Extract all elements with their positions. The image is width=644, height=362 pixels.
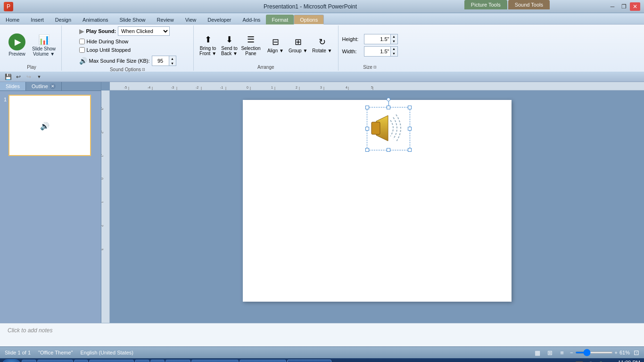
view-notes-button[interactable]: ≡	[558, 348, 566, 357]
fit-slide-button[interactable]: ⊡	[634, 349, 639, 356]
taskbar-item-ppt[interactable]: P Microsoft P...	[287, 360, 331, 362]
taskbar-right: ⚙ 📶 🔊 🔋 🛡 11:09 PM 6/29/2022	[566, 360, 642, 362]
language-info: English (United States)	[80, 350, 133, 355]
size-group: Height: ▲ ▼ Width: ▲	[339, 25, 402, 71]
tab-design[interactable]: Design	[50, 15, 77, 25]
max-sound-up[interactable]: ▲	[169, 56, 176, 61]
taskbar-item-gslides[interactable]: G Chuyên đề ...	[239, 360, 286, 362]
hide-during-show-label: Hide During Show	[87, 39, 129, 44]
slide-thumbnail-1[interactable]: 🔊	[8, 95, 91, 156]
height-input[interactable]	[364, 34, 390, 44]
height-down[interactable]: ▼	[391, 39, 397, 44]
max-sound-input[interactable]	[152, 56, 169, 66]
svg-text:3: 3	[320, 86, 322, 89]
quick-access-toolbar: 💾 ↩ ↪ ▼	[0, 72, 644, 82]
taskbar-item-chrome[interactable]: G www.googl...	[89, 360, 134, 362]
play-sound-icon: ▶	[79, 27, 84, 35]
loop-until-stopped-checkbox[interactable]	[79, 47, 85, 53]
play-group: ▶ Preview 📊 Slide ShowVolume ▼ Play	[2, 25, 62, 71]
preview-button[interactable]: ▶ Preview	[6, 28, 28, 62]
tab-format[interactable]: Format	[266, 15, 294, 25]
taskbar-item-zalo[interactable]: Z Zalo	[165, 360, 191, 362]
play-sound-select[interactable]: When Clicked Automatically	[118, 26, 170, 36]
sound-options-expand-icon[interactable]: ⊡	[142, 67, 145, 72]
width-spinner: ▲ ▼	[390, 47, 397, 56]
tab-home[interactable]: Home	[0, 15, 25, 25]
slideshow-volume-button[interactable]: 📊 Slide ShowVolume ▼	[30, 28, 58, 62]
width-down[interactable]: ▼	[391, 51, 397, 56]
tab-view[interactable]: View	[180, 15, 202, 25]
status-right: ▦ ⊞ ≡ − + 61% ⊡	[533, 348, 639, 357]
close-button[interactable]: ✕	[630, 2, 640, 11]
max-sound-down[interactable]: ▼	[169, 61, 176, 66]
start-button[interactable]: ⊞	[2, 359, 21, 362]
tab-options[interactable]: Options	[294, 15, 324, 25]
qat-save[interactable]: 💾	[4, 73, 12, 81]
width-up[interactable]: ▲	[391, 47, 397, 51]
main-area: Slides Outline ✕ 1 🔊	[0, 82, 644, 323]
hide-during-show-row: Hide During Show	[79, 39, 129, 44]
svg-text:-2: -2	[196, 86, 198, 89]
taskbar-item-word[interactable]: W Demo-giải-...	[191, 360, 238, 362]
sound-options-content: ▶ Play Sound: When Clicked Automatically…	[79, 26, 176, 66]
handle-bottom-left[interactable]	[365, 148, 369, 152]
tab-slides[interactable]: Slides	[0, 82, 26, 90]
height-spinner: ▲ ▼	[390, 34, 397, 44]
send-to-back-button[interactable]: ⬇ Send toBack ▼	[219, 32, 239, 58]
title-controls[interactable]: ─ ❐ ✕	[607, 2, 640, 11]
ruler-horizontal: -5 -4 -3 -2 -1 0 1 2 3 4 5	[110, 82, 644, 90]
handle-bottom-right[interactable]	[408, 148, 412, 152]
bring-to-front-button[interactable]: ⬆ Bring toFront ▼	[198, 32, 218, 58]
tab-outline[interactable]: Outline ✕	[26, 82, 62, 90]
selection-handles	[367, 107, 410, 150]
rotate-handle[interactable]	[387, 98, 390, 101]
taskbar-item-media[interactable]: ▶	[74, 360, 88, 362]
handle-bottom-center[interactable]	[387, 148, 390, 152]
handle-top-right[interactable]	[408, 106, 412, 109]
outline-tab-close[interactable]: ✕	[50, 83, 56, 89]
handle-middle-left[interactable]	[365, 127, 369, 131]
svg-rect-23	[101, 90, 110, 323]
view-normal-button[interactable]: ▦	[533, 348, 542, 357]
minimize-button[interactable]: ─	[607, 2, 618, 11]
taskbar-item-vietjack[interactable]: 📁 vietjack	[37, 360, 73, 362]
loop-until-stopped-label: Loop Until Stopped	[87, 47, 131, 53]
size-group-label: Size ⊡	[363, 65, 376, 70]
height-up[interactable]: ▲	[391, 34, 397, 39]
qat-customize[interactable]: ▼	[35, 73, 43, 81]
zoom-out-button[interactable]: −	[570, 350, 573, 355]
align-button[interactable]: ⊟ Align ▼	[265, 32, 286, 58]
selection-pane-button[interactable]: ☰ SelectionPane	[240, 30, 261, 60]
hide-during-show-checkbox[interactable]	[79, 39, 85, 44]
arrange-group-label: Arrange	[257, 65, 274, 70]
restore-button[interactable]: ❐	[619, 2, 629, 11]
taskbar-item-ie[interactable]: e	[150, 360, 165, 362]
view-slide-sorter-button[interactable]: ⊞	[545, 348, 554, 357]
theme-info: "Office Theme"	[38, 350, 73, 355]
qat-redo[interactable]: ↪	[25, 73, 33, 81]
zoom-slider[interactable]	[575, 352, 613, 354]
notes-area[interactable]: Click to add notes	[0, 323, 644, 346]
taskbar-item-explorer[interactable]: 📁	[22, 360, 36, 362]
handle-middle-right[interactable]	[408, 127, 412, 131]
zoom-in-button[interactable]: +	[615, 350, 618, 355]
tab-developer[interactable]: Developer	[202, 15, 237, 25]
tab-animations[interactable]: Animations	[77, 15, 114, 25]
system-clock: 11:09 PM 6/29/2022	[617, 360, 640, 362]
handle-top-left[interactable]	[365, 106, 369, 109]
slide-container[interactable]	[243, 100, 512, 302]
sound-object-selected[interactable]	[367, 107, 410, 150]
rotate-button[interactable]: ↻ Rotate ▼	[310, 32, 334, 58]
tab-insert[interactable]: Insert	[25, 15, 50, 25]
tab-addins[interactable]: Add-Ins	[237, 15, 266, 25]
handle-top-center[interactable]	[387, 106, 390, 109]
qat-undo[interactable]: ↩	[14, 73, 23, 81]
taskbar-item-firefox[interactable]: 🦊	[135, 360, 149, 362]
width-input[interactable]	[364, 47, 390, 56]
tab-slideshow[interactable]: Slide Show	[114, 15, 151, 25]
size-expand-icon[interactable]: ⊡	[373, 65, 377, 69]
align-icon: ⊟	[272, 37, 279, 47]
tab-review[interactable]: Review	[151, 15, 180, 25]
zoom-control: − + 61%	[570, 350, 630, 355]
group-button[interactable]: ⊞ Group ▼	[287, 32, 309, 58]
